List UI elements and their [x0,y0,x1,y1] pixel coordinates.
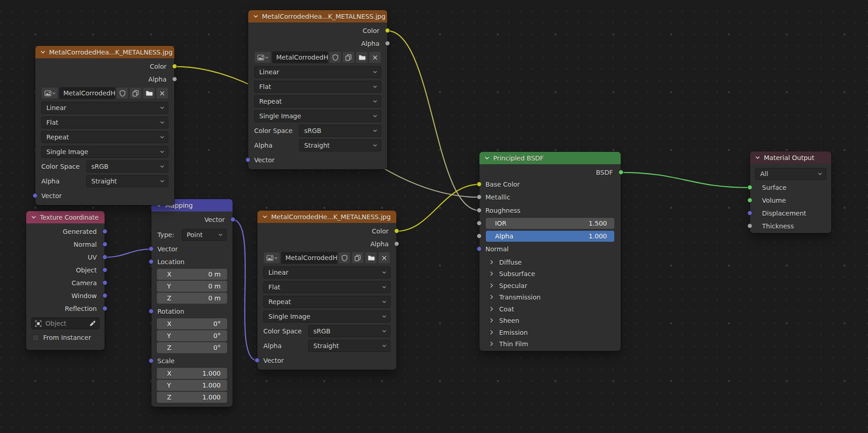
node-material-output[interactable]: Material Output All Surface Volume Displ… [750,151,831,233]
socket-alpha-output[interactable] [172,77,177,82]
socket-mapping-scale-input[interactable] [149,358,154,363]
socket-alpha-input[interactable] [477,233,482,239]
socket-color-output[interactable] [172,64,177,69]
location-x-field[interactable]: X0 m [157,269,227,280]
socket-thickness-input[interactable] [747,223,752,228]
socket-roughness-input[interactable] [477,208,482,213]
mapping-type-dropdown[interactable]: Point [182,229,227,241]
location-y-field[interactable]: Y0 m [157,281,227,292]
rotation-x-field[interactable]: X0° [157,318,227,329]
node-header[interactable]: MetalCorrodedHea...K_METALNESS.jpg [248,10,387,22]
scale-z-field[interactable]: Z1.000 [157,392,227,403]
open-image-button[interactable] [365,252,377,264]
alpha-mode-dropdown[interactable]: Straight [86,175,168,187]
fake-user-button[interactable] [338,252,351,264]
socket-object-output[interactable] [102,267,107,272]
socket-mapping-location-input[interactable] [149,259,154,264]
wire-textop-color-to-roughness[interactable] [387,31,479,211]
eyedropper-icon[interactable] [89,320,96,327]
projection-dropdown[interactable]: Flat [254,81,381,93]
unlink-image-button[interactable] [378,252,390,264]
node-mapping[interactable]: Mapping Vector Type: Point Vector Locati… [151,199,233,407]
extension-dropdown[interactable]: Repeat [254,95,381,107]
from-instancer-row[interactable]: From Instancer [32,332,99,343]
socket-volume-input[interactable] [747,198,752,203]
socket-vector-input[interactable] [245,157,250,162]
color-space-dropdown[interactable]: sRGB [308,325,390,337]
socket-base-color-input[interactable] [477,182,482,187]
alpha-mode-dropdown[interactable]: Straight [308,340,390,352]
unlink-image-button[interactable] [156,87,168,99]
location-z-field[interactable]: Z0 m [157,293,227,304]
node-principled-bsdf[interactable]: Principled BSDF BSDF Base Color Metallic… [479,152,621,351]
socket-reflection-output[interactable] [102,306,107,311]
collapse-icon[interactable] [31,216,36,219]
interpolation-dropdown[interactable]: Linear [254,66,381,78]
socket-camera-output[interactable] [102,280,107,285]
ior-field[interactable]: IOR 1.500 [486,218,614,229]
node-image-texture-middle[interactable]: MetalCorrodedHe...K_METALNESS.jpg Color … [257,211,396,370]
color-space-dropdown[interactable]: sRGB [86,161,168,172]
section-subsurface[interactable]: Subsurface [485,268,615,279]
scale-y-field[interactable]: Y1.000 [157,380,227,391]
node-header[interactable]: Material Output [750,151,831,164]
collapse-icon[interactable] [40,50,45,54]
socket-alpha-output[interactable] [385,41,390,46]
rotation-z-field[interactable]: Z0° [157,342,227,353]
unlink-image-button[interactable] [369,51,381,63]
collapse-icon[interactable] [262,215,267,218]
node-image-texture-top[interactable]: MetalCorrodedHea...K_METALNESS.jpg Color… [248,10,387,169]
section-emission[interactable]: Emission [485,327,615,338]
source-dropdown[interactable]: Single Image [254,110,381,122]
socket-window-output[interactable] [102,293,107,298]
node-image-texture-left[interactable]: MetalCorrodedHea...K_METALNESS.jpg Color… [35,46,174,205]
interpolation-dropdown[interactable]: Linear [41,102,168,114]
shader-node-editor-canvas[interactable]: { "editor": { "background_color": "#1c1c… [0,0,868,433]
node-header[interactable]: MetalCorrodedHea...K_METALNESS.jpg [35,46,174,58]
fake-user-button[interactable] [116,87,128,99]
socket-color-output[interactable] [394,228,399,233]
browse-image-button[interactable] [41,87,58,99]
socket-normal-output[interactable] [102,242,107,247]
duplicate-image-button[interactable] [129,87,142,99]
fake-user-button[interactable] [329,51,341,63]
socket-vector-input[interactable] [255,358,260,363]
scale-x-field[interactable]: X1.000 [157,368,227,379]
interpolation-dropdown[interactable]: Linear [263,266,390,278]
socket-mapping-vector-output[interactable] [230,217,235,222]
socket-normal-input[interactable] [477,246,482,251]
open-image-button[interactable] [143,87,155,99]
node-texture-coordinate[interactable]: Texture Coordinate Generated Normal UV O… [26,211,105,350]
socket-bsdf-output[interactable] [618,170,623,175]
section-coat[interactable]: Coat [485,303,615,315]
image-name-field[interactable]: MetalCorrodedH... [281,252,337,264]
extension-dropdown[interactable]: Repeat [263,296,390,308]
socket-metallic-input[interactable] [477,194,482,200]
section-transmission[interactable]: Transmission [485,291,615,303]
projection-dropdown[interactable]: Flat [263,281,390,293]
section-specular[interactable]: Specular [485,280,615,291]
socket-color-output[interactable] [385,28,390,33]
collapse-icon[interactable] [484,156,490,160]
from-instancer-checkbox[interactable] [32,334,39,341]
socket-vector-input[interactable] [33,193,38,198]
image-name-field[interactable]: MetalCorrodedH... [59,87,115,99]
socket-mapping-rotation-input[interactable] [149,309,154,314]
browse-image-button[interactable] [263,252,280,264]
extension-dropdown[interactable]: Repeat [41,131,168,143]
socket-displacement-input[interactable] [747,211,752,216]
node-header[interactable]: MetalCorrodedHe...K_METALNESS.jpg [257,211,396,223]
duplicate-image-button[interactable] [342,51,355,63]
section-sheen[interactable]: Sheen [485,315,615,326]
open-image-button[interactable] [356,51,368,63]
socket-ior-input[interactable] [477,221,482,226]
source-dropdown[interactable]: Single Image [41,146,168,158]
wire-bsdf-to-surface[interactable] [621,172,750,188]
collapse-icon[interactable] [253,15,258,18]
socket-surface-input[interactable] [747,185,752,190]
color-space-dropdown[interactable]: sRGB [299,125,381,137]
duplicate-image-button[interactable] [351,252,364,264]
object-picker-field[interactable]: Object [31,317,100,329]
socket-uv-output[interactable] [102,255,107,260]
section-diffuse[interactable]: Diffuse [485,256,615,268]
